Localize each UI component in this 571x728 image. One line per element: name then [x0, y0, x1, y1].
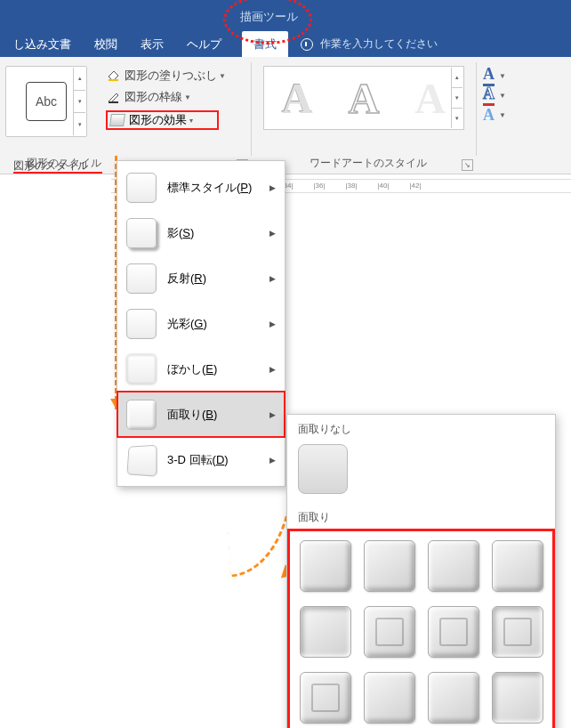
reflection-thumb-icon — [126, 263, 157, 294]
fx-preset-item[interactable]: 標準スタイル(P) ▶ — [117, 165, 285, 210]
submenu-arrow-icon: ▶ — [269, 183, 276, 192]
bevel-preset[interactable] — [364, 540, 415, 592]
text-fill-button[interactable]: A▼ — [483, 66, 506, 85]
group-separator — [251, 62, 252, 156]
text-outline-icon: A — [483, 85, 495, 106]
bucket-icon — [107, 69, 121, 83]
bevel-preset[interactable] — [428, 540, 479, 592]
tab-format-active[interactable]: 書式 — [242, 31, 288, 57]
preset-thumb-icon — [126, 173, 157, 203]
text-tools-column: A▼ A▼ A▼ — [483, 66, 506, 125]
fx-glow-label: 光彩(G) — [167, 316, 207, 332]
submenu-arrow-icon: ▶ — [269, 365, 276, 374]
wordart-preset-2[interactable]: A — [349, 74, 380, 123]
rotation-thumb-icon — [126, 444, 157, 476]
shape-outline-button[interactable]: 図形の枠線▼ — [107, 89, 191, 105]
shape-fill-label: 図形の塗りつぶし — [125, 68, 217, 84]
ribbon-body: Abc ▴▾▾ 図形の塗りつぶし▼ 図形の枠線▼ A A A ▴▾▾ A▼ A▼… — [0, 57, 571, 174]
wordart-styles-group-label: ワードアートのスタイル — [310, 156, 427, 171]
fx-reflection-label: 反射(R) — [167, 271, 206, 287]
bevel-submenu-panel: 面取りなし 面取り — [286, 414, 556, 728]
annotation-red-box — [287, 529, 555, 728]
group-separator — [476, 62, 477, 156]
fx-softedges-item[interactable]: ぼかし(E) ▶ — [117, 346, 285, 392]
bevel-preset[interactable] — [300, 606, 351, 658]
shape-fill-button[interactable]: 図形の塗りつぶし▼ — [107, 68, 226, 84]
submenu-arrow-icon: ▶ — [269, 274, 276, 283]
bevel-thumb-icon — [126, 400, 157, 430]
shadow-thumb-icon — [126, 218, 157, 248]
dropdown-icon: ▾ — [189, 117, 193, 125]
bevel-preset[interactable] — [492, 606, 543, 658]
shape-styles-label-repeat: 図形のスタイル — [13, 158, 88, 174]
fx-softedges-label: ぼかし(E) — [167, 361, 217, 377]
wordart-preset-3[interactable]: A — [414, 74, 446, 123]
glow-thumb-icon — [126, 309, 157, 339]
shape-style-gallery[interactable]: Abc ▴▾▾ — [5, 66, 87, 137]
ribbon-tab-row: し込み文書 校閲 表示 ヘルプ 書式 作業を入力してください — [0, 31, 571, 57]
softedges-thumb-icon — [126, 354, 157, 384]
fx-bevel-item[interactable]: 面取り(B) ▶ — [117, 392, 285, 437]
svg-rect-1 — [109, 101, 118, 103]
effects-icon — [109, 114, 125, 126]
bevel-section-label: 面取り — [287, 503, 555, 529]
fx-preset-label: 標準スタイル(P) — [167, 180, 252, 196]
shape-effects-button[interactable]: 図形の効果 ▾ — [106, 110, 219, 130]
bevel-none-option[interactable] — [298, 444, 348, 494]
bevel-preset[interactable] — [364, 672, 415, 724]
pen-icon — [107, 90, 121, 104]
fx-glow-item[interactable]: 光彩(G) ▶ — [117, 301, 285, 346]
bevel-preset[interactable] — [492, 672, 543, 724]
fx-shadow-label: 影(S) — [167, 225, 194, 241]
tab-view[interactable]: 表示 — [129, 31, 175, 57]
bevel-preset[interactable] — [428, 672, 479, 724]
drawing-tools-contextual-tab: 描画ツール — [232, 2, 305, 31]
shape-effects-label: 図形の効果 — [129, 112, 187, 128]
text-fill-icon: A — [483, 65, 495, 86]
dropdown-icon: ▼ — [184, 93, 191, 101]
submenu-arrow-icon: ▶ — [269, 229, 276, 238]
wordart-preset-1[interactable]: A — [282, 74, 313, 123]
text-effects-button[interactable]: A▼ — [483, 105, 506, 125]
shape-effects-menu: 標準スタイル(P) ▶ 影(S) ▶ 反射(R) ▶ 光彩(G) ▶ ぼかし(E… — [117, 160, 286, 487]
dropdown-icon: ▼ — [219, 72, 226, 80]
gallery-spinner[interactable]: ▴▾▾ — [73, 68, 85, 135]
bevel-preset-grid — [297, 537, 545, 728]
wordart-gallery[interactable]: A A A ▴▾▾ — [263, 66, 464, 130]
fx-shadow-item[interactable]: 影(S) ▶ — [117, 210, 285, 255]
bevel-preset[interactable] — [428, 606, 479, 658]
tab-help[interactable]: ヘルプ — [175, 31, 233, 57]
submenu-arrow-icon: ▶ — [269, 410, 276, 419]
fx-3drotation-label: 3-D 回転(D) — [167, 452, 229, 468]
tab-mailings[interactable]: し込み文書 — [2, 31, 83, 57]
dialog-launcher-icon[interactable]: ↘ — [462, 159, 473, 171]
fx-3drotation-item[interactable]: 3-D 回転(D) ▶ — [117, 437, 285, 482]
shape-style-preview: Abc — [26, 82, 67, 121]
submenu-arrow-icon: ▶ — [269, 320, 276, 328]
text-effects-icon: A — [483, 106, 495, 125]
gallery-spinner[interactable]: ▴▾▾ — [451, 68, 462, 128]
text-outline-button[interactable]: A▼ — [483, 85, 506, 105]
fx-bevel-label: 面取り(B) — [167, 407, 217, 423]
bevel-none-section-label: 面取りなし — [287, 415, 555, 441]
shape-outline-label: 図形の枠線 — [125, 89, 182, 105]
tab-review[interactable]: 校閲 — [83, 31, 129, 57]
svg-rect-0 — [109, 79, 118, 81]
tellme-bulb-icon — [301, 38, 313, 51]
bevel-preset[interactable] — [364, 606, 415, 658]
fx-reflection-item[interactable]: 反射(R) ▶ — [117, 255, 285, 301]
bevel-preset[interactable] — [492, 540, 543, 592]
submenu-arrow-icon: ▶ — [269, 456, 276, 465]
bevel-preset[interactable] — [300, 540, 351, 592]
tellme-input[interactable]: 作業を入力してください — [320, 36, 438, 52]
bevel-preset[interactable] — [300, 672, 351, 724]
